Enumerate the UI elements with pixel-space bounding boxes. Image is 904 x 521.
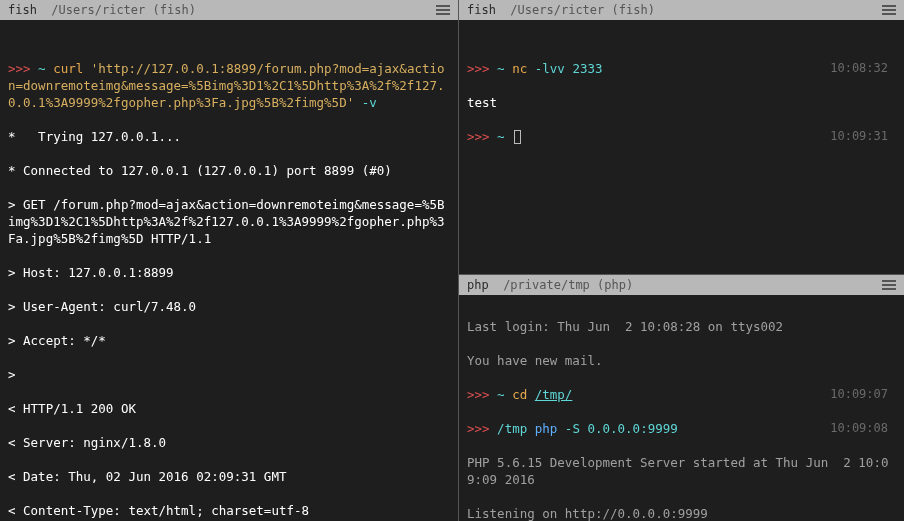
cmd-php: php: [535, 421, 558, 436]
timestamp: 10:08:32: [830, 60, 888, 77]
terminal-left[interactable]: >>> ~ curl 'http://127.0.0.1:8899/forum.…: [0, 20, 458, 521]
curl-output: < Content-Type: text/html; charset=utf-8: [8, 502, 450, 519]
menu-icon[interactable]: [882, 5, 896, 15]
curl-output: > Host: 127.0.0.1:8899: [8, 264, 450, 281]
curl-output: >: [8, 366, 450, 383]
curl-flag: -v: [362, 95, 377, 110]
php-addr: 0.0.0.0:9999: [587, 421, 677, 436]
cwd: ~: [497, 129, 505, 144]
cwd: ~: [497, 387, 505, 402]
prompt: >>>: [467, 421, 490, 436]
prompt: >>>: [8, 61, 31, 76]
terminal-top-right[interactable]: 10:08:32>>> ~ nc -lvv 2333 test 10:09:31…: [459, 20, 904, 274]
cmd-curl: curl: [53, 61, 83, 76]
titlebar-left[interactable]: fish /Users/ricter (fish): [0, 0, 458, 20]
terminal-bottom-right[interactable]: Last login: Thu Jun 2 10:08:28 on ttys00…: [459, 295, 904, 521]
nc-port: 2333: [572, 61, 602, 76]
title-text: php /private/tmp (php): [467, 278, 633, 292]
terminal-pane-left[interactable]: fish /Users/ricter (fish) >>> ~ curl 'ht…: [0, 0, 458, 521]
php-flag: -S: [565, 421, 580, 436]
nc-output: test: [467, 94, 896, 111]
curl-output: > User-Agent: curl/7.48.0: [8, 298, 450, 315]
prompt: >>>: [467, 61, 490, 76]
terminal-pane-top-right[interactable]: fish /Users/ricter (fish) 10:08:32>>> ~ …: [458, 0, 904, 274]
prompt: >>>: [467, 387, 490, 402]
menu-icon[interactable]: [436, 5, 450, 15]
titlebar-top-right[interactable]: fish /Users/ricter (fish): [459, 0, 904, 20]
curl-output: > Accept: */*: [8, 332, 450, 349]
curl-output: * Connected to 127.0.0.1 (127.0.0.1) por…: [8, 162, 450, 179]
cmd-cd: cd: [512, 387, 527, 402]
cwd: ~: [497, 61, 505, 76]
curl-output: > GET /forum.php?mod=ajax&action=downrem…: [8, 196, 450, 247]
timestamp: 10:09:31: [830, 128, 888, 145]
cwd: /tmp: [497, 421, 527, 436]
prompt: >>>: [467, 129, 490, 144]
cd-path: /tmp/: [535, 387, 573, 402]
curl-output: < Date: Thu, 02 Jun 2016 02:09:31 GMT: [8, 468, 450, 485]
cmd-nc: nc: [512, 61, 527, 76]
curl-output: < HTTP/1.1 200 OK: [8, 400, 450, 417]
cursor: [514, 130, 521, 144]
title-text: fish /Users/ricter (fish): [8, 3, 196, 17]
menu-icon[interactable]: [882, 280, 896, 290]
nc-flag: -lvv: [535, 61, 565, 76]
curl-output: * Trying 127.0.0.1...: [8, 128, 450, 145]
timestamp: 10:09:07: [830, 386, 888, 403]
timestamp: 10:09:08: [830, 420, 888, 437]
terminal-pane-bottom-right[interactable]: php /private/tmp (php) Last login: Thu J…: [458, 274, 904, 521]
mail-msg: You have new mail.: [467, 352, 896, 369]
php-output: PHP 5.6.15 Development Server started at…: [467, 454, 896, 488]
login-msg: Last login: Thu Jun 2 10:08:28 on ttys00…: [467, 318, 896, 335]
cwd: ~: [38, 61, 46, 76]
title-text: fish /Users/ricter (fish): [467, 3, 655, 17]
php-output: Listening on http://0.0.0.0:9999: [467, 505, 896, 521]
curl-output: < Server: nginx/1.8.0: [8, 434, 450, 451]
titlebar-bottom-right[interactable]: php /private/tmp (php): [459, 275, 904, 295]
